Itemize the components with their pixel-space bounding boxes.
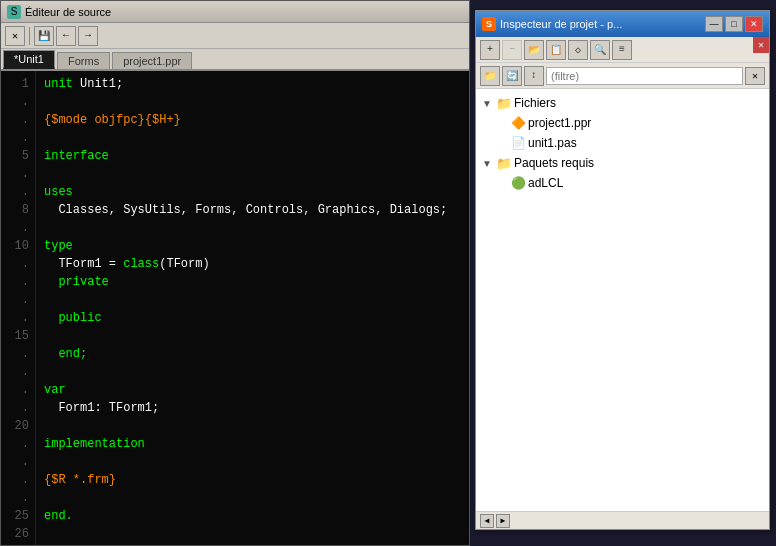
code-line-4 xyxy=(44,129,461,147)
code-line-14: public xyxy=(44,309,461,327)
tree-item-project1[interactable]: 🔶 project1.ppr xyxy=(490,113,769,133)
code-line-15 xyxy=(44,327,461,345)
inspector-close-x-btn[interactable]: ✕ xyxy=(753,37,769,53)
project-icon: 🔶 xyxy=(510,115,526,131)
editor-titlebar: S Éditeur de source xyxy=(1,1,469,23)
editor-title-text: Éditeur de source xyxy=(25,6,111,18)
code-line-7: uses xyxy=(44,183,461,201)
toggle-fichiers[interactable]: ▼ xyxy=(480,96,494,110)
code-line-26 xyxy=(44,525,461,543)
tree-item-paquets[interactable]: ▼ 📁 Paquets requis xyxy=(476,153,769,173)
line-numbers: 1 . . . 5 . . 8 . 10 . . . . 15 . . . . … xyxy=(1,71,36,545)
code-line-23: {$R *.frm} xyxy=(44,471,461,489)
close-x-btn[interactable]: ✕ xyxy=(5,26,25,46)
code-line-2 xyxy=(44,93,461,111)
inspector-toolbar2: 📁 🔄 ↕ ✕ xyxy=(476,63,769,89)
unit1-label: unit1.pas xyxy=(528,136,577,150)
code-line-12: private xyxy=(44,273,461,291)
toolbar-sep-1 xyxy=(29,27,30,45)
code-line-17 xyxy=(44,363,461,381)
inspector-window: S Inspecteur de projet - p... — □ ✕ ✕ + … xyxy=(475,10,770,530)
toggle-adlcl xyxy=(494,176,508,190)
project1-label: project1.ppr xyxy=(528,116,591,130)
find-btn[interactable]: 🔍 xyxy=(590,40,610,60)
tree-item-fichiers[interactable]: ▼ 📁 Fichiers xyxy=(476,93,769,113)
expand-btn[interactable]: 📁 xyxy=(480,66,500,86)
toggle-paquets[interactable]: ▼ xyxy=(480,156,494,170)
tree-item-unit1[interactable]: 📄 unit1.pas xyxy=(490,133,769,153)
code-line-16: end; xyxy=(44,345,461,363)
code-line-21: implementation xyxy=(44,435,461,453)
add-item-btn[interactable]: + xyxy=(480,40,500,60)
code-line-13 xyxy=(44,291,461,309)
remove-item-btn[interactable]: − xyxy=(502,40,522,60)
code-line-24 xyxy=(44,489,461,507)
inspector-statusbar: ◀ ▶ xyxy=(476,511,769,529)
fichiers-label: Fichiers xyxy=(514,96,556,110)
editor-content-area: 1 . . . 5 . . 8 . 10 . . . . 15 . . . . … xyxy=(1,71,469,545)
source-editor-window: S Éditeur de source ✕ 💾 ← → *Unit1 Forms… xyxy=(0,0,470,546)
tab-forms[interactable]: Forms xyxy=(57,52,110,69)
tab-project1[interactable]: project1.ppr xyxy=(112,52,192,69)
unit-icon: 📄 xyxy=(510,135,526,151)
code-line-8: Classes, SysUtils, Forms, Controls, Grap… xyxy=(44,201,461,219)
code-line-22 xyxy=(44,453,461,471)
editor-title-icon: S xyxy=(7,5,21,19)
minimize-btn[interactable]: — xyxy=(705,16,723,32)
tab-unit1[interactable]: *Unit1 xyxy=(3,50,55,69)
code-line-20 xyxy=(44,417,461,435)
maximize-btn[interactable]: □ xyxy=(725,16,743,32)
code-line-9 xyxy=(44,219,461,237)
save-btn[interactable]: 💾 xyxy=(34,26,54,46)
editor-toolbar: ✕ 💾 ← → xyxy=(1,23,469,49)
code-line-5: interface xyxy=(44,147,461,165)
inspector-title-text: Inspecteur de projet - p... xyxy=(500,18,622,30)
toggle-unit1 xyxy=(494,136,508,150)
inspector-toolbar1: + − 📂 📋 ◇ 🔍 ≡ xyxy=(476,37,769,63)
inspector-title-icon: S xyxy=(482,17,496,31)
scroll-right-btn[interactable]: ▶ xyxy=(496,514,510,528)
scroll-left-btn[interactable]: ◀ xyxy=(480,514,494,528)
folder-paquets-icon: 📁 xyxy=(496,155,512,171)
inspector-title-left: S Inspecteur de projet - p... xyxy=(482,17,622,31)
folder-fichiers-icon: 📁 xyxy=(496,95,512,111)
inspector-tree: ▼ 📁 Fichiers 🔶 project1.ppr 📄 unit1.pas … xyxy=(476,89,769,511)
adlcl-label: adLCL xyxy=(528,176,563,190)
filter-clear-btn[interactable]: ✕ xyxy=(745,67,765,85)
menu-btn[interactable]: ≡ xyxy=(612,40,632,60)
back-btn[interactable]: ← xyxy=(56,26,76,46)
editor-tabs: *Unit1 Forms project1.ppr xyxy=(1,49,469,71)
code-line-3: {$mode objfpc}{$H+} xyxy=(44,111,461,129)
diamond-btn[interactable]: ◇ xyxy=(568,40,588,60)
sync-btn[interactable]: 🔄 xyxy=(502,66,522,86)
toggle-project1 xyxy=(494,116,508,130)
titlebar-controls: — □ ✕ xyxy=(705,16,763,32)
package-icon: 🟢 xyxy=(510,175,526,191)
paquets-label: Paquets requis xyxy=(514,156,594,170)
copy-btn[interactable]: 📋 xyxy=(546,40,566,60)
filter-input[interactable] xyxy=(546,67,743,85)
tree-item-adlcl[interactable]: 🟢 adLCL xyxy=(490,173,769,193)
code-line-11: TForm1 = class(TForm) xyxy=(44,255,461,273)
sort-btn[interactable]: ↕ xyxy=(524,66,544,86)
forward-btn[interactable]: → xyxy=(78,26,98,46)
open-file-btn[interactable]: 📂 xyxy=(524,40,544,60)
code-line-6 xyxy=(44,165,461,183)
statusbar-arrows: ◀ ▶ xyxy=(480,514,510,528)
code-line-19: Form1: TForm1; xyxy=(44,399,461,417)
code-line-10: type xyxy=(44,237,461,255)
code-line-1: unit Unit1; xyxy=(44,75,461,93)
close-btn[interactable]: ✕ xyxy=(745,16,763,32)
code-line-25: end. xyxy=(44,507,461,525)
code-line-18: var xyxy=(44,381,461,399)
code-area[interactable]: unit Unit1; {$mode objfpc}{$H+} interfac… xyxy=(36,71,469,545)
inspector-titlebar: S Inspecteur de projet - p... — □ ✕ xyxy=(476,11,769,37)
